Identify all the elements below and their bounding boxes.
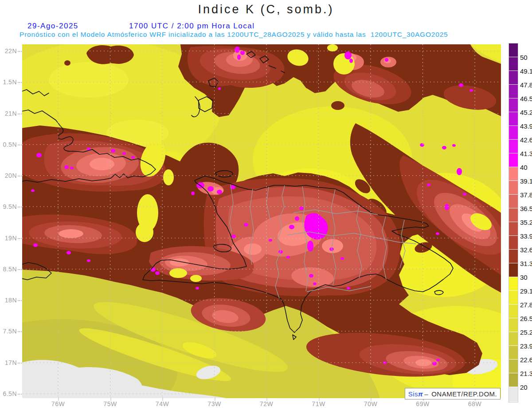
credit-box: Sis π – ONAMET/REP.DOM. (405, 388, 501, 399)
x-axis-label: 71W (312, 400, 325, 407)
y-axis-tick (18, 176, 22, 176)
colorbar-label: 49.1 (520, 67, 532, 75)
credit-app-name: Sis (408, 390, 418, 398)
y-axis-tick (18, 394, 22, 395)
colorbar-label: 26.5 (520, 315, 532, 322)
colorbar-segment (509, 305, 518, 318)
colorbar-segment (509, 263, 518, 277)
colorbar-label: 27.8 (520, 301, 532, 309)
colorbar-segment (509, 236, 518, 250)
colorbar-segment (509, 195, 518, 208)
colorbar-segment (509, 181, 518, 195)
colorbar-label: 39.1 (520, 177, 532, 185)
forecast-time: 1700 UTC / 2:00 pm Hora Local (129, 22, 255, 31)
colorbar-label: 29.1 (520, 287, 532, 295)
forecast-map (22, 44, 501, 398)
colorbar-segment (509, 291, 518, 305)
y-axis-tick (18, 82, 22, 83)
colorbar-segment (509, 277, 518, 291)
colorbar-segment (509, 250, 518, 263)
y-axis-label: 0.5N (0, 141, 17, 148)
colorbar-segment (509, 167, 518, 181)
colorbar (509, 43, 518, 402)
colorbar-label: 46.5 (520, 95, 532, 102)
y-axis-tick (18, 300, 22, 301)
colorbar-segment (509, 373, 518, 387)
y-axis-label: 20N (0, 172, 17, 179)
colorbar-label: 21.3 (520, 370, 532, 377)
x-axis-label: 73W (207, 400, 221, 407)
y-axis-tick (18, 331, 22, 332)
y-axis-label: 8.5N (0, 266, 17, 273)
colorbar-segment (509, 387, 518, 402)
colorbar-segment (509, 43, 518, 57)
colorbar-segment (509, 318, 518, 332)
page-title: Indice K (C, somb.) (0, 3, 532, 16)
y-axis-label: 6.5N (0, 390, 17, 397)
x-axis-tick (110, 398, 111, 400)
colorbar-label: 41.3 (520, 150, 532, 157)
colorbar-label: 45.2 (520, 109, 532, 116)
colorbar-label: 30 (520, 274, 528, 281)
colorbar-label: 50 (520, 54, 528, 61)
y-axis-tick (18, 51, 22, 52)
colorbar-segment (509, 346, 518, 360)
colorbar-segment (509, 208, 518, 222)
x-axis-label: 70W (364, 400, 377, 407)
y-axis-tick (18, 363, 22, 364)
forecast-date: 29-Ago-2025 (27, 22, 78, 31)
colorbar-segment (509, 140, 518, 153)
y-axis-label: 22N (0, 47, 17, 55)
x-axis-label: 76W (51, 400, 65, 407)
x-axis-tick (266, 398, 267, 400)
colorbar-label: 23.9 (520, 342, 532, 350)
x-axis-tick (319, 398, 320, 400)
colorbar-label: 25.2 (520, 329, 532, 336)
colorbar-segment (509, 222, 518, 236)
colorbar-label: 42.6 (520, 136, 532, 144)
credit-separator: – (424, 390, 428, 398)
y-axis-label: 17N (0, 359, 17, 366)
colorbar-segment (509, 85, 518, 98)
weather-map-page: Indice K (C, somb.) 29-Ago-2025 1700 UTC… (0, 0, 532, 411)
colorbar-label: 37.8 (520, 191, 532, 199)
x-axis-label: 68W (468, 400, 481, 407)
colorbar-segment (509, 332, 518, 346)
y-axis-tick (18, 145, 22, 145)
model-info-line: Pronóstico con el Modelo Atmósferico WRF… (20, 31, 448, 39)
colorbar-label: 35.2 (520, 219, 532, 226)
x-axis-tick (58, 398, 59, 400)
y-axis-label: 7.5N (0, 328, 17, 335)
y-axis-label: 19N (0, 235, 17, 242)
colorbar-segment (509, 126, 518, 140)
x-axis-label: 72W (260, 400, 273, 407)
colorbar-label: 31.3 (520, 260, 532, 267)
y-axis-label: 9.5N (0, 203, 17, 210)
x-axis-tick (162, 398, 163, 400)
y-axis-tick (18, 114, 22, 114)
colorbar-label: 40 (520, 164, 528, 171)
pi-symbol-icon: π (418, 390, 423, 398)
y-axis-tick (18, 269, 22, 270)
contour-map-svg (22, 44, 501, 398)
y-axis-tick (18, 207, 22, 207)
colorbar-label: 32.6 (520, 246, 532, 254)
x-axis-label: 75W (103, 400, 117, 407)
colorbar-segment (509, 57, 518, 71)
y-axis-label: 21N (0, 110, 17, 117)
x-axis-label: 69W (416, 400, 429, 407)
colorbar-label: 47.8 (520, 81, 532, 89)
colorbar-label: 22.6 (520, 356, 532, 364)
colorbar-label: 36.5 (520, 205, 532, 212)
colorbar-segment (509, 71, 518, 85)
x-axis-label: 74W (156, 400, 169, 407)
colorbar-label: 20 (520, 384, 528, 391)
colorbar-label: 43.9 (520, 122, 532, 130)
x-axis-tick (215, 398, 215, 400)
colorbar-segment (509, 153, 518, 167)
y-axis-label: 1.5N (0, 78, 17, 86)
colorbar-segment (509, 112, 518, 126)
credit-org: ONAMET/REP.DOM. (431, 390, 497, 398)
colorbar-segment (509, 360, 518, 373)
y-axis-label: 18N (0, 297, 17, 304)
